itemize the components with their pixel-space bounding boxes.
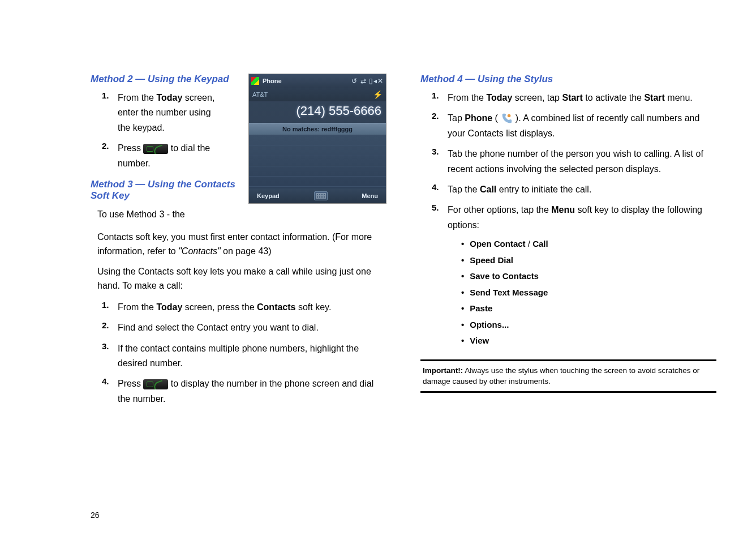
start-label: Start bbox=[644, 93, 664, 102]
text: / bbox=[526, 239, 533, 248]
text: Tap the bbox=[448, 185, 480, 194]
method2-step2: Press to dial the number. bbox=[118, 141, 220, 171]
screenshot-title: Phone bbox=[263, 78, 282, 84]
list-number: 2. bbox=[102, 141, 118, 151]
text: Open Contact bbox=[470, 239, 525, 248]
text: screen, tap bbox=[512, 93, 562, 102]
screenshot-carrier-row: AT&T ⚡ bbox=[249, 88, 386, 101]
text: ( bbox=[492, 113, 498, 123]
method3-para1: Contacts soft key, you must first enter … bbox=[97, 230, 386, 259]
text: soft key. bbox=[295, 302, 331, 312]
contacts-label: Contacts bbox=[257, 302, 295, 312]
text: entry to initiate the call. bbox=[496, 185, 591, 194]
text: screen, press the bbox=[182, 302, 257, 312]
method4-step3: Tab the phone number of the person you w… bbox=[448, 147, 716, 177]
battery-icon: ⚡ bbox=[373, 90, 383, 99]
list-number: 4. bbox=[102, 376, 118, 386]
method3-heading: Method 3 — Using the Contacts Soft Key bbox=[91, 179, 238, 202]
no-match-bar: No matches: redfffgggg bbox=[249, 123, 386, 135]
method2-row: Method 2 — Using the Keypad 1. From the … bbox=[91, 74, 386, 222]
important-label: Important!: bbox=[423, 366, 463, 375]
option-paste: Paste bbox=[461, 301, 716, 317]
option-send-text-message: Send Text Message bbox=[461, 285, 716, 301]
text: on page 43) bbox=[221, 246, 272, 256]
call-label: Call bbox=[480, 185, 496, 194]
method2-heading: Method 2 — Using the Keypad bbox=[91, 74, 238, 85]
method3-step1: From the Today screen, press the Contact… bbox=[118, 300, 386, 315]
menu-label: Menu bbox=[551, 205, 575, 215]
softkey-right: Menu bbox=[362, 192, 378, 199]
screenshot-list-area bbox=[249, 135, 386, 188]
text: menu. bbox=[665, 93, 693, 102]
text: For other options, tap the bbox=[448, 205, 551, 215]
text: to activate the bbox=[583, 93, 645, 102]
list-number: 1. bbox=[102, 91, 118, 100]
menu-options-list: Open Contact / Call Speed Dial Save to C… bbox=[461, 236, 716, 349]
page-number: 26 bbox=[91, 511, 100, 520]
today-label: Today bbox=[156, 302, 182, 312]
method3-list: 1. From the Today screen, press the Cont… bbox=[102, 300, 386, 406]
left-column: Method 2 — Using the Keypad 1. From the … bbox=[91, 74, 386, 517]
list-number: 2. bbox=[102, 320, 118, 330]
screenshot-softkeys: Keypad Menu bbox=[249, 188, 386, 203]
softkey-left: Keypad bbox=[257, 192, 280, 199]
option-open-contact-call: Open Contact / Call bbox=[461, 236, 716, 252]
method4-step4: Tap the Call entry to initiate the call. bbox=[448, 182, 716, 197]
text: Call bbox=[532, 239, 548, 248]
method4-step1: From the Today screen, tap Start to acti… bbox=[448, 91, 716, 105]
list-number: 5. bbox=[432, 203, 448, 212]
method4-list: 1. From the Today screen, tap Start to a… bbox=[432, 91, 716, 349]
text: From the bbox=[448, 93, 486, 102]
method3-step2: Find and select the Contact entry you wa… bbox=[118, 320, 386, 335]
today-label: Today bbox=[486, 93, 512, 102]
svg-point-0 bbox=[508, 114, 511, 118]
list-number: 3. bbox=[102, 341, 118, 351]
important-note: Important!: Always use the stylus when t… bbox=[420, 359, 716, 393]
list-number: 2. bbox=[432, 111, 448, 121]
option-speed-dial: Speed Dial bbox=[461, 252, 716, 269]
start-label: Start bbox=[562, 93, 582, 102]
text: From the bbox=[118, 302, 156, 312]
list-number: 3. bbox=[432, 147, 448, 156]
method2-textcol: Method 2 — Using the Keypad 1. From the … bbox=[91, 74, 238, 222]
method3-step3: If the contact contains multiple phone n… bbox=[118, 341, 386, 371]
screenshot-titlebar: Phone ↺ ⇄ ▯◂✕ bbox=[249, 74, 386, 88]
status-icons: ↺ ⇄ ▯◂✕ bbox=[351, 77, 384, 85]
list-number: 1. bbox=[102, 300, 118, 310]
call-key-icon bbox=[143, 144, 168, 154]
method4-heading: Method 4 — Using the Stylus bbox=[420, 74, 716, 85]
option-options: Options... bbox=[461, 317, 716, 333]
method4-step2: Tap Phone ( ). A combined list of recent… bbox=[448, 111, 716, 141]
list-number: 4. bbox=[432, 182, 448, 192]
method4-step5: For other options, tap the Menu soft key… bbox=[448, 203, 716, 349]
phone-app-icon bbox=[500, 113, 513, 125]
phone-screenshot: Phone ↺ ⇄ ▯◂✕ AT&T ⚡ (214) 555-6666 No m… bbox=[248, 74, 386, 204]
method3-intro: To use Method 3 - the bbox=[97, 207, 238, 222]
option-view: View bbox=[461, 333, 716, 349]
method2-list: 1. From the Today screen, enter the numb… bbox=[102, 91, 238, 171]
phone-label: Phone bbox=[465, 113, 492, 123]
list-number: 1. bbox=[432, 91, 448, 100]
dialed-number: (214) 555-6666 bbox=[249, 101, 386, 123]
carrier-label: AT&T bbox=[252, 91, 268, 98]
today-label: Today bbox=[156, 93, 182, 102]
keypad-grid-icon bbox=[314, 191, 328, 200]
method3-para2: Using the Contacts soft key lets you mak… bbox=[97, 264, 386, 293]
method2-step1: From the Today screen, enter the number … bbox=[118, 91, 220, 135]
page: Method 2 — Using the Keypad 1. From the … bbox=[0, 0, 756, 540]
text: Press bbox=[118, 143, 143, 153]
contacts-ref: "Contacts" bbox=[178, 246, 221, 256]
text: From the bbox=[118, 93, 156, 102]
text: Press bbox=[118, 379, 143, 388]
start-flag-icon bbox=[251, 77, 259, 85]
method3-step4: Press to display the number in the phone… bbox=[118, 376, 386, 406]
right-column: Method 4 — Using the Stylus 1. From the … bbox=[420, 74, 716, 517]
text: Tap bbox=[448, 113, 465, 123]
important-text: Always use the stylus when touching the … bbox=[423, 366, 699, 385]
call-key-icon bbox=[143, 379, 168, 389]
option-save-to-contacts: Save to Contacts bbox=[461, 268, 716, 285]
